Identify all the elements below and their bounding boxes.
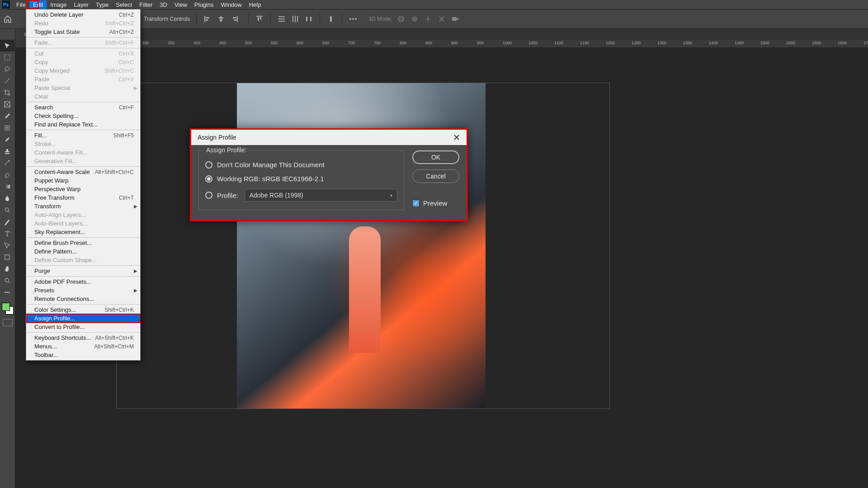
svg-rect-15 <box>292 16 293 22</box>
menu-item-undo-delete-layer[interactable]: Undo Delete LayerCtrl+Z <box>26 10 140 19</box>
quickmask-icon[interactable] <box>3 319 13 326</box>
align-top-icon[interactable] <box>255 14 264 23</box>
distribute-v-icon[interactable] <box>277 14 286 23</box>
tool-lasso[interactable] <box>0 63 14 75</box>
align-to-icon[interactable] <box>326 14 335 23</box>
tool-more[interactable] <box>0 286 14 298</box>
svg-rect-33 <box>5 185 10 188</box>
dialog-titlebar[interactable]: Assign Profile <box>191 130 467 145</box>
menu-item-label: Toolbar... <box>34 352 58 358</box>
checkbox-icon[interactable]: ✓ <box>412 200 420 207</box>
tool-move[interactable] <box>0 40 14 52</box>
menu-item-transform[interactable]: Transform▶ <box>26 202 140 211</box>
preview-checkbox-row[interactable]: ✓ Preview <box>412 199 459 207</box>
menu-layer[interactable]: Layer <box>71 0 93 9</box>
3d-roll-icon[interactable] <box>410 14 419 23</box>
tool-stamp[interactable] <box>0 145 14 157</box>
tool-eraser[interactable] <box>0 169 14 181</box>
tool-hand[interactable] <box>0 263 14 275</box>
tool-pen[interactable] <box>0 216 14 228</box>
menu-item-label: Free Transform <box>34 194 75 201</box>
tool-type[interactable] <box>0 228 14 239</box>
menu-item-free-transform[interactable]: Free TransformCtrl+T <box>26 193 140 202</box>
menu-item-puppet-warp[interactable]: Puppet Warp <box>26 176 140 185</box>
radio-profile[interactable]: Profile: Adobe RGB (1998) ▾ <box>205 189 397 202</box>
menu-plugins[interactable]: Plugins <box>191 0 217 9</box>
menu-view[interactable]: View <box>171 0 191 9</box>
menu-item-define-pattern[interactable]: Define Pattern... <box>26 247 140 256</box>
menu-type[interactable]: Type <box>92 0 112 9</box>
tool-wand[interactable] <box>0 75 14 87</box>
menu-item-color-settings[interactable]: Color Settings...Shift+Ctrl+K <box>26 305 140 314</box>
tool-blur[interactable] <box>0 192 14 204</box>
tool-zoom[interactable] <box>0 275 14 286</box>
menu-item-presets[interactable]: Presets▶ <box>26 286 140 295</box>
radio-dont-manage[interactable]: Don't Color Manage This Document <box>205 161 397 169</box>
more-options-icon[interactable] <box>349 14 358 23</box>
menu-item-toggle-last-state[interactable]: Toggle Last StateAlt+Ctrl+Z <box>26 28 140 36</box>
menu-item-find-and-replace-text[interactable]: Find and Replace Text... <box>26 120 140 129</box>
align-center-h-icon[interactable] <box>217 14 226 23</box>
foreground-color[interactable] <box>2 303 10 311</box>
tool-crop[interactable] <box>0 87 14 99</box>
3d-pan-icon[interactable] <box>424 14 433 23</box>
profile-select[interactable]: Adobe RGB (1998) ▾ <box>245 189 397 202</box>
color-swatch[interactable] <box>2 303 14 314</box>
menu-edit[interactable]: Edit <box>29 0 47 9</box>
tool-gradient[interactable] <box>0 181 14 192</box>
menu-item-fill[interactable]: Fill...Shift+F5 <box>26 131 140 140</box>
3d-slide-icon[interactable] <box>437 14 446 23</box>
menu-item-define-brush-preset[interactable]: Define Brush Preset... <box>26 239 140 247</box>
menu-filter[interactable]: Filter <box>136 0 156 9</box>
tool-shape[interactable] <box>0 251 14 263</box>
tool-brush[interactable] <box>0 134 14 145</box>
submenu-arrow-icon: ▶ <box>134 204 137 209</box>
tool-path[interactable] <box>0 239 14 251</box>
menu-item-convert-to-profile[interactable]: Convert to Profile... <box>26 323 140 331</box>
menu-item-remote-connections[interactable]: Remote Connections... <box>26 295 140 303</box>
menu-file[interactable]: File <box>13 0 29 9</box>
tool-history[interactable] <box>0 157 14 169</box>
tool-dodge[interactable] <box>0 204 14 216</box>
menu-item-label: Define Brush Preset... <box>34 239 92 246</box>
ok-button[interactable]: OK <box>412 150 459 164</box>
tool-marquee[interactable] <box>0 52 14 63</box>
menu-window[interactable]: Window <box>217 0 245 9</box>
menu-item-assign-profile[interactable]: Assign Profile... <box>26 314 140 323</box>
tool-heal[interactable] <box>0 122 14 134</box>
distribute-spacing-icon[interactable] <box>304 14 313 23</box>
menu-item-adobe-pdf-presets[interactable]: Adobe PDF Presets... <box>26 277 140 286</box>
3d-camera-icon[interactable] <box>451 14 460 23</box>
menu-3d[interactable]: 3D <box>156 0 171 9</box>
menu-item-check-spelling[interactable]: Check Spelling... <box>26 112 140 120</box>
ruler-tick: 1650 <box>838 41 847 45</box>
menu-item-search[interactable]: SearchCtrl+F <box>26 103 140 112</box>
menu-item-keyboard-shortcuts[interactable]: Keyboard Shortcuts...Alt+Shift+Ctrl+K <box>26 333 140 342</box>
menu-item-label: Check Spelling... <box>34 113 79 119</box>
menu-help[interactable]: Help <box>245 0 265 9</box>
menu-item-menus[interactable]: Menus...Alt+Shift+Ctrl+M <box>26 342 140 351</box>
menu-item-purge[interactable]: Purge▶ <box>26 267 140 275</box>
3d-orbit-icon[interactable] <box>396 14 406 23</box>
menu-image[interactable]: Image <box>47 0 70 9</box>
menu-item-label: Copy Merged <box>34 67 70 74</box>
menu-item-copy: CopyCtrl+C <box>26 58 140 66</box>
menu-item-perspective-warp[interactable]: Perspective Warp <box>26 185 140 193</box>
close-icon[interactable] <box>451 132 462 143</box>
align-right-icon[interactable] <box>230 14 239 23</box>
radio-icon[interactable] <box>205 161 212 169</box>
distribute-h-icon[interactable] <box>291 14 300 23</box>
radio-icon[interactable] <box>205 175 212 183</box>
radio-icon[interactable] <box>205 192 212 199</box>
tool-eyedropper[interactable] <box>0 110 14 122</box>
svg-rect-16 <box>295 16 296 22</box>
menu-item-content-aware-scale[interactable]: Content-Aware ScaleAlt+Shift+Ctrl+C <box>26 168 140 176</box>
home-icon[interactable] <box>3 14 13 24</box>
menu-item-sky-replacement[interactable]: Sky Replacement... <box>26 228 140 236</box>
align-left-icon[interactable] <box>203 14 212 23</box>
radio-working-rgb[interactable]: Working RGB: sRGB IEC61966-2.1 <box>205 175 397 183</box>
cancel-button[interactable]: Cancel <box>412 169 459 183</box>
menu-item-toolbar[interactable]: Toolbar... <box>26 351 140 359</box>
menu-select[interactable]: Select <box>112 0 136 9</box>
tool-frame[interactable] <box>0 99 14 110</box>
